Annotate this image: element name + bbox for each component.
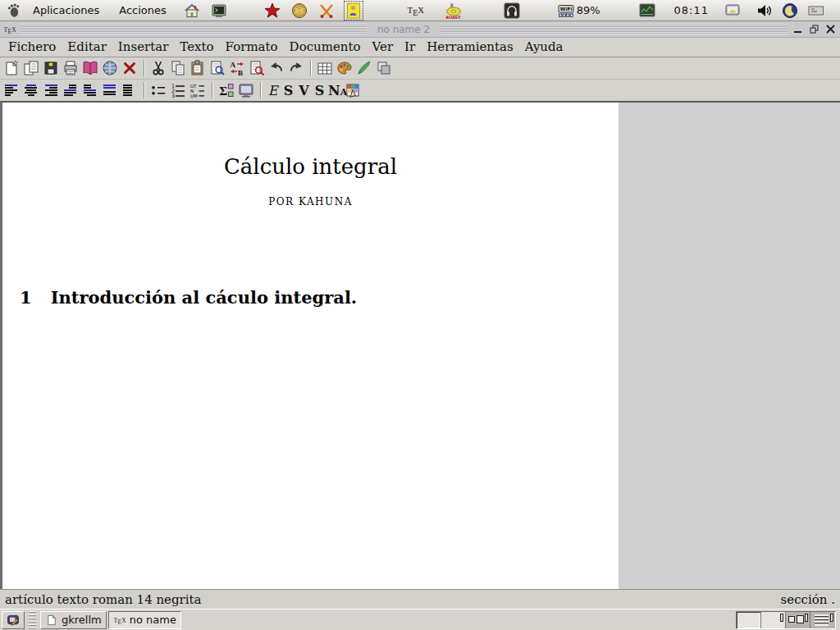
- clock-applet[interactable]: 08:11: [674, 4, 709, 16]
- menu-herramientas[interactable]: Herramientas: [421, 39, 518, 54]
- tex-mini-icon: TEX: [113, 614, 126, 627]
- math-sigma-icon[interactable]: Σ: [217, 81, 235, 99]
- titlebar-ridges-right: [441, 24, 788, 34]
- menu-acciones[interactable]: Acciones: [109, 4, 176, 16]
- menu-aplicaciones[interactable]: Aplicaciones: [23, 4, 109, 16]
- workspace-1[interactable]: [737, 612, 761, 628]
- replace-icon[interactable]: AB: [228, 59, 246, 77]
- align-7-icon[interactable]: [121, 81, 139, 99]
- window-titlebar[interactable]: TEX no name 2: [0, 21, 840, 38]
- task-label: no name: [130, 614, 176, 626]
- depth-icon[interactable]: [375, 59, 393, 77]
- palette-icon[interactable]: [336, 59, 354, 77]
- menu-ver[interactable]: Ver: [367, 39, 399, 54]
- align-6-icon[interactable]: [101, 81, 119, 99]
- menu-fichero[interactable]: Fichero: [2, 39, 62, 54]
- workspace-4[interactable]: [810, 612, 835, 628]
- toolbar-separator: [144, 60, 144, 76]
- list-enum-icon[interactable]: 123: [169, 81, 187, 99]
- close-button[interactable]: [824, 23, 837, 35]
- tasklist-grip[interactable]: [29, 611, 36, 629]
- star-icon[interactable]: [263, 2, 281, 20]
- toolbar-separator: [144, 82, 144, 98]
- task-button-no-name[interactable]: TEXno name: [108, 611, 181, 629]
- align-1-icon[interactable]: [2, 81, 21, 99]
- gnome-menu-icon[interactable]: [3, 2, 23, 20]
- new-doc-icon[interactable]: [2, 59, 21, 77]
- style-button-s[interactable]: S: [313, 83, 326, 98]
- list-bullet-icon[interactable]: [149, 81, 167, 99]
- paste-icon[interactable]: [189, 59, 207, 77]
- svg-text:ROAST: ROAST: [445, 15, 461, 19]
- close-x-icon[interactable]: [121, 59, 139, 77]
- style-button-s[interactable]: S: [281, 83, 295, 98]
- toolbar-extra: 123GTNUMΣESVSNa: [0, 80, 840, 103]
- toolbar-separator: [212, 82, 212, 98]
- save-icon[interactable]: [42, 59, 60, 77]
- quill-icon[interactable]: [355, 59, 373, 77]
- titlebar-ridges-left: [20, 24, 367, 34]
- workspace-3[interactable]: [786, 612, 810, 628]
- page-mini-icon: [45, 614, 58, 627]
- open-doc-icon[interactable]: [22, 59, 40, 77]
- wifi-percent-label: 89%: [577, 4, 600, 16]
- print-icon[interactable]: [62, 59, 80, 77]
- style-button-e[interactable]: E: [266, 83, 280, 98]
- find-icon[interactable]: [208, 59, 226, 77]
- align-5-icon[interactable]: [81, 81, 99, 99]
- yellow-sel-icon[interactable]: [345, 2, 363, 20]
- orb-icon[interactable]: [290, 2, 308, 20]
- document-author[interactable]: POR KAHUNA: [2, 196, 619, 208]
- headphones-icon[interactable]: [503, 2, 521, 20]
- wifi-icon[interactable]: WiFi: [557, 2, 575, 20]
- list-desc-icon[interactable]: GTNUM: [189, 81, 207, 99]
- table-icon[interactable]: [316, 59, 334, 77]
- undo-icon[interactable]: [267, 59, 285, 77]
- maximize-button[interactable]: [808, 23, 820, 35]
- monitor-icon[interactable]: [237, 81, 255, 99]
- mini-applet-icon[interactable]: [807, 2, 825, 20]
- menu-texto[interactable]: Texto: [174, 39, 219, 54]
- moon-icon[interactable]: [781, 2, 799, 20]
- task-button-gkrellm[interactable]: gkrellm: [40, 611, 107, 629]
- menu-ir[interactable]: Ir: [399, 39, 421, 54]
- align-2-icon[interactable]: [22, 81, 40, 99]
- svg-text:A: A: [231, 61, 236, 69]
- redo-icon[interactable]: [287, 59, 305, 77]
- svg-text:UM: UM: [190, 94, 198, 98]
- cd-roast-icon[interactable]: XROAST: [445, 2, 463, 20]
- offpage-area: [619, 103, 840, 589]
- align-4-icon[interactable]: [62, 81, 80, 99]
- speaker-icon[interactable]: [755, 2, 773, 20]
- menu-ayuda[interactable]: Ayuda: [519, 39, 569, 54]
- style-table-icon[interactable]: [344, 81, 362, 99]
- screen-icon[interactable]: [724, 2, 742, 20]
- minimize-button[interactable]: [792, 23, 804, 35]
- svg-text:TEX: TEX: [114, 617, 126, 626]
- cut-icon[interactable]: [149, 59, 167, 77]
- menu-insertar[interactable]: Insertar: [112, 39, 174, 54]
- book-icon[interactable]: [81, 59, 99, 77]
- terminal-icon[interactable]: [210, 2, 228, 20]
- workspace-pager: [736, 611, 836, 629]
- spellcheck-icon[interactable]: [248, 59, 266, 77]
- globe-icon[interactable]: [101, 59, 119, 77]
- svg-text:3: 3: [171, 93, 175, 98]
- style-button-na[interactable]: Na: [328, 83, 342, 98]
- task-label: gkrellm: [62, 614, 102, 626]
- tex-icon[interactable]: TEX: [406, 2, 424, 20]
- menu-editar[interactable]: Editar: [62, 39, 112, 54]
- document-title[interactable]: Cálculo integral: [2, 154, 619, 179]
- style-button-v[interactable]: V: [297, 83, 311, 98]
- sysmon-icon[interactable]: [638, 2, 656, 20]
- copy-icon[interactable]: [169, 59, 187, 77]
- document-page[interactable]: Cálculo integral POR KAHUNA 1 Introducci…: [0, 103, 619, 589]
- desktop-button[interactable]: [2, 611, 25, 629]
- menu-documento[interactable]: Documento: [284, 39, 367, 54]
- home-icon[interactable]: [183, 2, 201, 20]
- align-3-icon[interactable]: [42, 81, 60, 99]
- workspace-2[interactable]: [761, 612, 786, 628]
- scissors-icon[interactable]: [317, 2, 336, 20]
- section-heading[interactable]: 1 Introducción al cáculo integral.: [20, 287, 357, 308]
- menu-formato[interactable]: Formato: [220, 39, 284, 54]
